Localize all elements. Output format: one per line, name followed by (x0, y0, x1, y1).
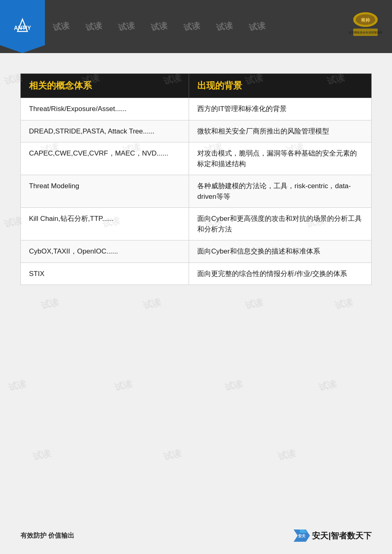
table-row: Threat/Risk/Exposure/Asset......西方的IT管理和… (21, 98, 372, 120)
watermark-5: 试读 (183, 20, 201, 33)
footer-right: 安天 安天|智者数天下 (292, 527, 372, 544)
table-cell-left-6: STIX (21, 263, 189, 285)
table-row: Kill Chain,钻石分析,TTP......面向Cyber和更高强度的攻击… (21, 208, 372, 240)
watermark-2: 试读 (85, 20, 103, 33)
header-watermarks: 试读 试读 试读 试读 试读 试读 试读 (45, 0, 392, 53)
table-cell-right-4: 面向Cyber和更高强度的攻击和对抗的场景的分析工具和分析方法 (189, 208, 372, 240)
table-cell-right-3: 各种威胁建模的方法论，工具，risk-centric，data-driven等等 (189, 175, 372, 208)
antiy-logo-icon: ANTIY (10, 14, 35, 39)
main-content: 相关的概念体系 出现的背景 Threat/Risk/Exposure/Asset… (0, 53, 392, 297)
bw-22: 试读 (31, 447, 52, 463)
emblem-icon: 将帅 安天网络安全冬训营第四期 (349, 11, 382, 38)
bw-15: 试读 (142, 296, 162, 312)
bw-19: 试读 (113, 378, 134, 394)
table-row: Threat Modeling各种威胁建模的方法论，工具，risk-centri… (21, 175, 372, 208)
concept-table: 相关的概念体系 出现的背景 Threat/Risk/Exposure/Asset… (20, 73, 372, 285)
table-cell-left-2: CAPEC,CWE,CVE,CVRF，MAEC，NVD...... (21, 142, 189, 175)
table-row: DREAD,STRIDE,PASTA, Attack Tree......微软和… (21, 120, 372, 142)
bw-16: 试读 (244, 296, 264, 312)
svg-text:将帅: 将帅 (361, 18, 370, 22)
top-right-logo: 将帅 安天网络安全冬训营第四期 (343, 4, 388, 45)
table-row: STIX面向更完整的综合性的情报分析/作业/交换的体系 (21, 263, 372, 285)
logo-block: ANTIY (0, 0, 45, 53)
bw-24: 试读 (276, 447, 297, 463)
watermark-6: 试读 (216, 20, 234, 33)
bw-20: 试读 (223, 378, 244, 394)
table-cell-left-4: Kill Chain,钻石分析,TTP...... (21, 208, 189, 240)
header: ANTIY 试读 试读 试读 试读 试读 试读 试读 将帅 安天网络安全冬训营第… (0, 0, 392, 53)
watermark-7: 试读 (248, 20, 266, 33)
svg-text:安天网络安全冬训营第四期: 安天网络安全冬训营第四期 (349, 31, 382, 34)
footer-brand-text: 安天|智者数天下 (312, 530, 372, 541)
table-cell-left-3: Threat Modeling (21, 175, 189, 208)
watermark-3: 试读 (118, 20, 136, 33)
table-cell-left-1: DREAD,STRIDE,PASTA, Attack Tree...... (21, 120, 189, 142)
table-cell-right-5: 面向Cyber和信息交换的描述和标准体系 (189, 240, 372, 263)
table-row: CybOX,TAXII，OpenIOC......面向Cyber和信息交换的描述… (21, 240, 372, 263)
footer: 有效防护 价值输出 安天 安天|智者数天下 (0, 517, 392, 554)
watermark-4: 试读 (150, 20, 168, 33)
table-row: CAPEC,CWE,CVE,CVRF，MAEC，NVD......对攻击模式，脆… (21, 142, 372, 175)
table-cell-right-0: 西方的IT管理和标准化的背景 (189, 98, 372, 120)
bw-14: 试读 (40, 296, 60, 312)
table-cell-right-1: 微软和相关安全厂商所推出的风险管理模型 (189, 120, 372, 142)
bw-18: 试读 (7, 378, 27, 394)
col1-header: 相关的概念体系 (21, 74, 189, 98)
table-cell-right-6: 面向更完整的综合性的情报分析/作业/交换的体系 (189, 263, 372, 285)
footer-left-text: 有效防护 价值输出 (20, 532, 74, 540)
watermark-1: 试读 (52, 20, 70, 33)
svg-text:安天: 安天 (298, 534, 306, 538)
bw-21: 试读 (317, 378, 338, 394)
footer-logo-icon: 安天 (292, 527, 312, 544)
bw-23: 试读 (162, 447, 183, 463)
col2-header: 出现的背景 (189, 74, 372, 98)
table-cell-right-2: 对攻击模式，脆弱点，漏洞等各种基础的安全元素的标定和描述结构 (189, 142, 372, 175)
bw-17: 试读 (334, 296, 354, 312)
table-cell-left-0: Threat/Risk/Exposure/Asset...... (21, 98, 189, 120)
table-cell-left-5: CybOX,TAXII，OpenIOC...... (21, 240, 189, 263)
